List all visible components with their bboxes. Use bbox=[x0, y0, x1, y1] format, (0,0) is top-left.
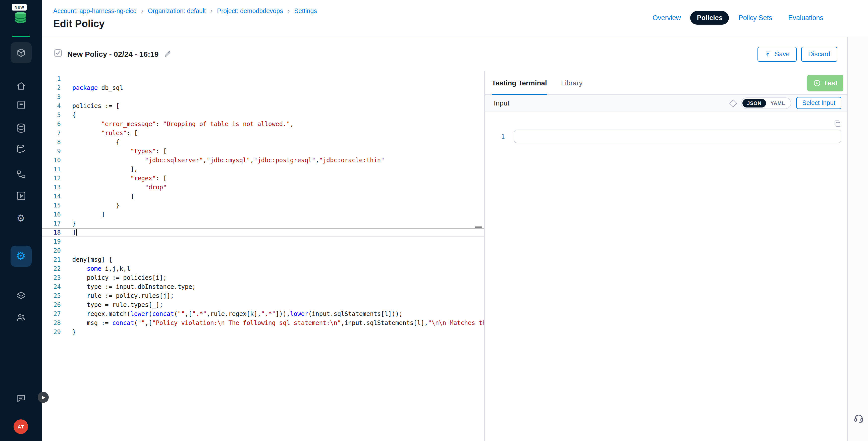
code-line[interactable]: 26 type = rule.types[_]; bbox=[42, 301, 484, 309]
sidebar-item-module[interactable] bbox=[0, 42, 42, 63]
code-line[interactable]: 15 } bbox=[42, 201, 484, 210]
page-header: Account: app-harness-ng-cicdOrganization… bbox=[42, 0, 868, 37]
edit-policy-name-button[interactable] bbox=[164, 50, 171, 58]
code-line[interactable]: 3 bbox=[42, 92, 484, 101]
terminal-tab[interactable]: Library bbox=[561, 71, 583, 94]
line-number: 6 bbox=[42, 120, 61, 129]
copy-button[interactable] bbox=[833, 120, 841, 129]
sidebar-item-org[interactable] bbox=[0, 312, 42, 325]
breadcrumb-link[interactable]: Account: app-harness-ng-cicd bbox=[53, 7, 136, 14]
code-line[interactable]: 20 bbox=[42, 246, 484, 255]
cube-icon bbox=[10, 42, 31, 63]
code-line[interactable]: 8 { bbox=[42, 138, 484, 147]
line-number: 9 bbox=[42, 147, 61, 156]
code-line[interactable]: 2package db_sql bbox=[42, 83, 484, 92]
code-line[interactable]: 19 bbox=[42, 237, 484, 246]
section-tab[interactable]: Policies bbox=[690, 11, 729, 25]
breadcrumb-link[interactable]: Organization: default bbox=[148, 7, 206, 14]
breadcrumb-link[interactable]: Settings bbox=[294, 7, 317, 14]
avatar[interactable]: AT bbox=[13, 419, 28, 434]
code-line[interactable]: 24 type := input.dbInstance.type; bbox=[42, 282, 484, 291]
sidebar-item-help-chat[interactable] bbox=[0, 393, 42, 406]
test-button[interactable]: Test bbox=[807, 74, 843, 91]
section-tab[interactable]: Evaluations bbox=[782, 11, 830, 25]
code-text: regex.match(lower(concat("",[".*",rule.r… bbox=[61, 309, 403, 318]
code-line[interactable]: 4policies := [ bbox=[42, 101, 484, 111]
code-line[interactable]: 28 msg := concat("",["Policy violation:\… bbox=[42, 318, 484, 327]
code-line[interactable]: 18] bbox=[42, 228, 484, 237]
sidebar-item-environments[interactable]: ⚙ bbox=[0, 212, 42, 224]
discard-button[interactable]: Discard bbox=[801, 46, 837, 62]
code-text bbox=[61, 246, 72, 255]
format-toggle-option[interactable]: YAML bbox=[766, 99, 789, 107]
code-line[interactable]: 5{ bbox=[42, 111, 484, 120]
code-line[interactable]: 27 regex.match(lower(concat("",[".*",rul… bbox=[42, 309, 484, 318]
screen: { "sidebar": { "new_badge": "NEW", "avat… bbox=[0, 0, 868, 441]
code-text bbox=[61, 237, 72, 246]
select-input-button[interactable]: Select Input bbox=[796, 97, 841, 109]
sidebar-item-layers[interactable] bbox=[0, 290, 42, 303]
code-line[interactable]: 6 "error_message": "Dropping of table is… bbox=[42, 120, 484, 129]
code-line[interactable]: 11 ], bbox=[42, 165, 484, 174]
code-repo-icon bbox=[16, 100, 26, 112]
diamond-icon[interactable] bbox=[730, 99, 737, 107]
sidebar-collapse-handle[interactable]: ▶ bbox=[38, 392, 49, 403]
test-label: Test bbox=[824, 79, 838, 87]
code-text bbox=[61, 74, 72, 83]
line-number: 18 bbox=[42, 228, 61, 237]
code-line[interactable]: 23 policy := policies[i]; bbox=[42, 273, 484, 282]
code-line[interactable]: 22 some i,j,k,l bbox=[42, 264, 484, 273]
code-text: package db_sql bbox=[61, 83, 123, 92]
code-text: policy := policies[i]; bbox=[61, 273, 167, 282]
code-line[interactable]: 9 "types": [ bbox=[42, 147, 484, 156]
testing-terminal-pane: Testing TerminalLibrary Test Input J bbox=[485, 71, 847, 441]
code-line[interactable]: 16 ] bbox=[42, 210, 484, 219]
code-text: "regex": [ bbox=[61, 174, 167, 183]
sidebar-item-database[interactable] bbox=[0, 123, 42, 136]
sidebar-item-database-devops[interactable] bbox=[0, 144, 42, 157]
line-number: 2 bbox=[42, 83, 61, 92]
code-text bbox=[61, 92, 72, 101]
breadcrumb-link[interactable]: Project: demodbdevops bbox=[217, 7, 283, 14]
line-number: 3 bbox=[42, 92, 61, 101]
code-line[interactable]: 10 "jdbc:sqlserver","jdbc:mysql","jdbc:p… bbox=[42, 156, 484, 165]
collapse-handle-icon: ▶ bbox=[42, 395, 45, 400]
code-line[interactable]: 14 ] bbox=[42, 192, 484, 201]
format-toggle-option[interactable]: JSON bbox=[742, 99, 766, 107]
sidebar-item-executions[interactable] bbox=[0, 190, 42, 203]
sidebar-item-pipelines[interactable] bbox=[0, 169, 42, 182]
code-editor[interactable]: 12package db_sql34policies := [5{6 "erro… bbox=[42, 71, 484, 441]
line-number: 28 bbox=[42, 318, 61, 327]
code-text: deny[msg] { bbox=[61, 255, 112, 264]
code-text: msg := concat("",["Policy violation:\n T… bbox=[61, 318, 484, 327]
sidebar-item-code-repo[interactable] bbox=[0, 99, 42, 113]
code-line[interactable]: 21deny[msg] { bbox=[42, 255, 484, 264]
line-number: 20 bbox=[42, 246, 61, 255]
sidebar-item-home[interactable] bbox=[0, 81, 42, 93]
test-input-field[interactable] bbox=[514, 130, 841, 143]
harness-db-logo-icon[interactable] bbox=[13, 10, 28, 28]
save-button[interactable]: Save bbox=[758, 46, 797, 62]
code-line[interactable]: 7 "rules": [ bbox=[42, 129, 484, 138]
code-line[interactable]: 12 "regex": [ bbox=[42, 174, 484, 183]
terminal-tab[interactable]: Testing Terminal bbox=[492, 71, 547, 94]
code-line[interactable]: 13 "drop" bbox=[42, 183, 484, 192]
code-line[interactable]: 29} bbox=[42, 327, 484, 337]
line-number: 8 bbox=[42, 138, 61, 147]
line-number: 16 bbox=[42, 210, 61, 219]
support-button[interactable] bbox=[854, 413, 864, 425]
input-line-row: 1 bbox=[485, 130, 847, 143]
policy-toolbar: New Policy - 02/24 - 16:19 Save Discard bbox=[42, 37, 847, 71]
play-circle-icon bbox=[813, 79, 820, 87]
edit-pencil-icon bbox=[164, 50, 171, 58]
save-label: Save bbox=[775, 50, 789, 58]
sidebar-item-settings-active[interactable]: ⚙ bbox=[0, 245, 42, 268]
main-area: Account: app-harness-ng-cicdOrganization… bbox=[42, 0, 868, 441]
section-tab[interactable]: Overview bbox=[646, 11, 687, 25]
code-line[interactable]: 1 bbox=[42, 74, 484, 83]
copy-icon bbox=[833, 120, 841, 128]
code-line[interactable]: 17} bbox=[42, 219, 484, 228]
code-line[interactable]: 25 rule := policy.rules[j]; bbox=[42, 291, 484, 301]
input-label: Input bbox=[494, 99, 509, 107]
section-tab[interactable]: Policy Sets bbox=[732, 11, 779, 25]
